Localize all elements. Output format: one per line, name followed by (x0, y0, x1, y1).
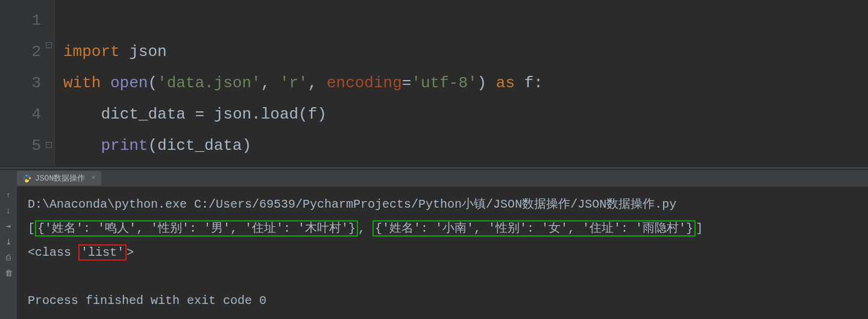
trash-icon[interactable]: 🗑 (4, 268, 13, 278)
comma: , (261, 74, 280, 92)
list-close: ] (696, 221, 703, 235)
exit-line: Process finished with exit code 0 (28, 294, 266, 308)
string: 'r' (280, 74, 308, 92)
list-open: [ (28, 221, 35, 235)
python-icon (23, 174, 31, 182)
run-tab-bar: JSON数据操作 × (0, 170, 868, 187)
class-open: <class (28, 246, 78, 259)
call-args: (dict_data) (148, 137, 251, 155)
svg-point-0 (26, 175, 27, 176)
console-output[interactable]: D:\Anaconda\python.exe C:/Users/69539/Py… (17, 187, 868, 319)
keyword: import (63, 43, 129, 61)
print-icon[interactable]: ⎙ (4, 253, 13, 262)
comma: , (358, 221, 373, 235)
fold-start-icon[interactable]: − (46, 42, 52, 48)
up-icon[interactable]: ↑ (4, 190, 13, 200)
code-content[interactable]: import json with open('data.json', 'r', … (54, 0, 868, 166)
keyword: with (63, 74, 110, 92)
builtin-fn: open (110, 74, 148, 92)
class-close: > (127, 246, 134, 259)
identifier: dict_data (101, 105, 195, 123)
svg-point-1 (28, 181, 28, 181)
comma: , (308, 74, 327, 92)
param-name: encoding (327, 74, 402, 92)
equals: = (402, 74, 412, 92)
down-icon[interactable]: ↓ (4, 206, 13, 215)
run-body: ↑ ↓ ⇥ ⤓ ⎙ 🗑 D:\Anaconda\python.exe C:/Us… (0, 187, 868, 319)
line-number: 3 (0, 67, 41, 99)
scroll-icon[interactable]: ⤓ (4, 237, 13, 247)
builtin-fn: print (101, 137, 148, 155)
indent (63, 137, 101, 155)
line-number: 4 (0, 99, 41, 130)
run-tab-label: JSON数据操作 (35, 173, 85, 184)
highlighted-item: {'姓名': '小南', '性别': '女', '住址': '雨隐村'} (373, 220, 696, 237)
string: 'utf-8' (411, 74, 477, 92)
indent (63, 105, 101, 123)
identifier: f: (524, 74, 543, 92)
run-panel: JSON数据操作 × ↑ ↓ ⇥ ⤓ ⎙ 🗑 D:\Anaconda\pytho… (0, 170, 868, 319)
fold-end-icon[interactable]: − (46, 142, 52, 148)
line-number-gutter: 1 2 3 4 5 − − (0, 0, 54, 166)
line-number: 5 (0, 130, 41, 161)
line-number: 2 (0, 36, 41, 67)
operator: = (195, 105, 213, 123)
close-icon[interactable]: × (91, 174, 95, 182)
module-name: json (129, 43, 166, 61)
keyword: as (496, 74, 524, 92)
string: 'data.json' (157, 74, 261, 92)
wrap-icon[interactable]: ⇥ (4, 221, 13, 231)
highlighted-item: {'姓名': '鸣人', '性别': '男', '住址': '木叶村'} (35, 220, 358, 237)
run-tab[interactable]: JSON数据操作 × (17, 171, 101, 185)
paren: ) (477, 74, 496, 92)
paren: ( (148, 74, 157, 92)
highlighted-type: 'list' (78, 244, 127, 261)
code-editor[interactable]: 1 2 3 4 5 − − import json with open('dat… (0, 0, 868, 166)
line-number: 1 (0, 5, 41, 36)
call: json.load(f) (214, 105, 327, 123)
run-toolbar: ↑ ↓ ⇥ ⤓ ⎙ 🗑 (0, 187, 17, 319)
console-line: D:\Anaconda\python.exe C:/Users/69539/Py… (28, 197, 676, 211)
